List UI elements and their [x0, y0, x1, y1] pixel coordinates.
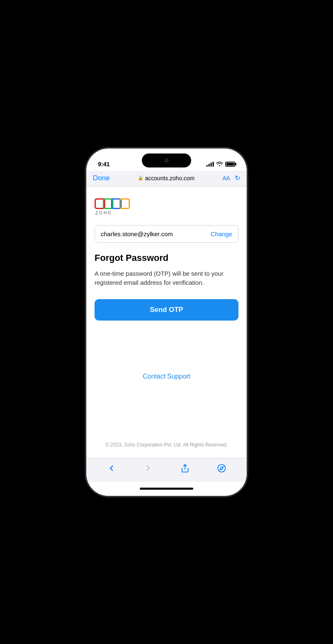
signal-bar-1: [206, 165, 208, 167]
battery-icon: [225, 162, 235, 167]
svg-marker-2: [220, 467, 223, 470]
dynamic-island: [142, 153, 191, 167]
wifi-icon: [216, 161, 223, 167]
browser-controls: AA ↻: [222, 174, 240, 182]
spacer: [95, 329, 238, 365]
zoho-square-yellow: [119, 198, 130, 209]
share-button[interactable]: [177, 460, 193, 477]
aa-button[interactable]: AA: [222, 175, 230, 181]
forward-button[interactable]: [140, 460, 156, 477]
back-button[interactable]: [103, 460, 120, 477]
page-body: ZOHO charles.stone@zylker.com Change For…: [86, 187, 247, 432]
camera-dot: [164, 158, 169, 163]
done-button[interactable]: Done: [93, 174, 110, 182]
status-time: 9:41: [98, 160, 110, 167]
compass-button[interactable]: [213, 460, 230, 477]
footer-text: © 2023, Zoho Corporation Pvt. Ltd. All R…: [105, 442, 228, 448]
signal-bar-4: [213, 162, 214, 167]
browser-toolbar: [86, 458, 247, 482]
page-title: Forgot Password: [95, 253, 238, 263]
svg-point-1: [218, 465, 225, 472]
contact-support-link[interactable]: Contact Support: [143, 373, 190, 380]
signal-bar-2: [208, 164, 210, 167]
battery-fill: [227, 163, 234, 165]
browser-bar: Done 🔒 accounts.zoho.com AA ↻: [86, 171, 247, 187]
email-value: charles.stone@zylker.com: [101, 230, 173, 237]
forgot-description: A one-time password (OTP) will be sent t…: [95, 269, 238, 288]
home-indicator: [86, 482, 247, 496]
status-icons: [206, 161, 235, 167]
status-bar: 9:41: [86, 149, 247, 171]
page-footer: © 2023, Zoho Corporation Pvt. Ltd. All R…: [86, 432, 247, 458]
web-content: ZOHO charles.stone@zylker.com Change For…: [86, 187, 247, 458]
signal-bars-icon: [206, 162, 214, 167]
phone-screen: 9:41: [86, 149, 247, 496]
change-button[interactable]: Change: [210, 230, 232, 237]
email-field-row: charles.stone@zylker.com Change: [95, 225, 238, 243]
send-otp-button[interactable]: Send OTP: [95, 299, 238, 321]
refresh-icon[interactable]: ↻: [235, 174, 240, 182]
signal-bar-3: [210, 163, 212, 167]
contact-support-section: Contact Support: [95, 365, 238, 388]
zoho-logo: ZOHO: [95, 198, 238, 215]
url-bar[interactable]: 🔒 accounts.zoho.com: [110, 175, 223, 181]
lock-icon: 🔒: [138, 175, 143, 181]
phone-frame: 9:41: [86, 149, 247, 496]
zoho-squares-icon: [95, 198, 238, 209]
home-bar: [140, 488, 193, 490]
zoho-brand-text: ZOHO: [95, 211, 238, 215]
bottom-spacer: [95, 388, 238, 424]
url-text: accounts.zoho.com: [145, 175, 195, 181]
